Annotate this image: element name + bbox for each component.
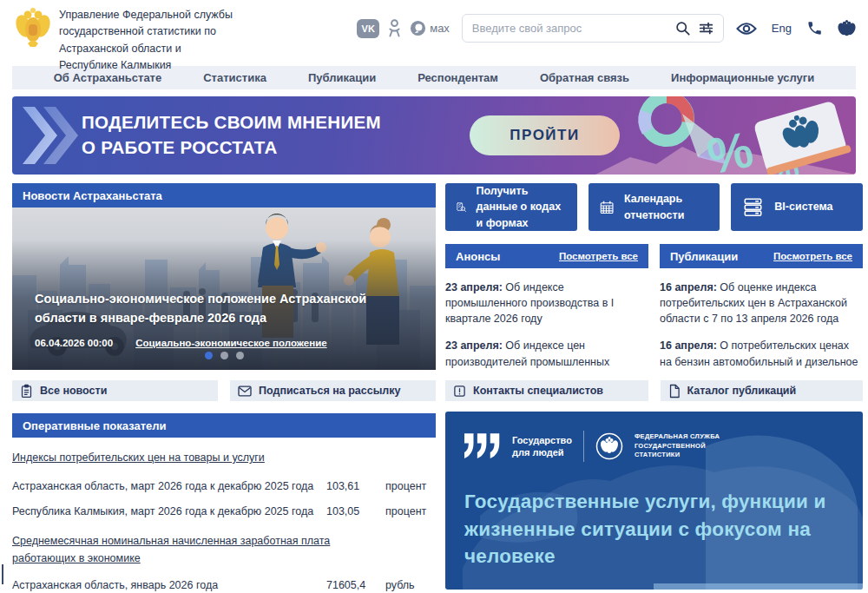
main-content: Новости Астраханьстата: [12, 183, 863, 593]
indicator-value: 71605,4: [326, 579, 385, 591]
left-column: Новости Астраханьстата: [12, 183, 436, 593]
search-icon[interactable]: [675, 21, 690, 36]
carousel-dot[interactable]: [220, 352, 228, 359]
logo-divider: [583, 431, 584, 462]
all-news-label: Все новости: [40, 385, 107, 397]
announcements-header: Анонсы Посмотреть все: [445, 244, 648, 268]
indicator-label: Астраханская область, март 2026 года к д…: [12, 480, 326, 492]
indicator-label: Республика Калмыкия, март 2026 года к де…: [12, 505, 326, 517]
rosstat-homepage: Управление Федеральной службы государств…: [0, 0, 868, 593]
max-label: мах: [430, 22, 450, 35]
slide-title[interactable]: Социально-экономическое положение Астрах…: [35, 289, 417, 328]
specialist-contacts-button[interactable]: Контакты специалистов: [445, 380, 648, 401]
indicator-unit: рубль: [385, 579, 436, 591]
indicators-title: Оперативные показатели: [23, 419, 167, 432]
slide-date: 06.04.2026 00:00: [35, 338, 113, 348]
bi-system-label: BI-система: [774, 199, 832, 214]
subscribe-label: Подписаться на рассылку: [259, 385, 401, 397]
search-input[interactable]: [472, 22, 667, 35]
right-action-row: Контакты специалистов Каталог публикаций: [445, 380, 863, 401]
text-caret: [2, 564, 3, 584]
news-header: Новости Астраханьстата: [12, 183, 436, 208]
vk-icon[interactable]: VK: [357, 19, 379, 38]
catalog-icon: [668, 384, 681, 399]
ok-icon[interactable]: [387, 18, 402, 39]
nav-item-publications[interactable]: Публикации: [308, 71, 376, 84]
gov-banner-logos: Государство для людей Федеральная с: [464, 431, 730, 462]
rosstat-eagle-icon: [595, 432, 623, 460]
gov-banner-message: Государственные услуги, функции и жизнен…: [464, 488, 846, 570]
publications-catalog-button[interactable]: Каталог публикаций: [661, 380, 864, 401]
quick-links: Получить данные о кодах и формах Календа…: [445, 183, 863, 231]
indicator-label: Астраханская область, январь 2026 года: [12, 579, 326, 591]
filter-icon[interactable]: [699, 21, 713, 36]
bi-system-button[interactable]: BI-система: [731, 183, 863, 231]
top-header: Управление Федеральной службы государств…: [0, 0, 868, 66]
bi-icon: [741, 197, 765, 218]
announcement-item[interactable]: 23 апреля: Об индексе цен производителей…: [445, 338, 648, 370]
survey-banner[interactable]: ПОДЕЛИТЕСЬ СВОИМ МНЕНИЕМ О РАБОТЕ РОССТА…: [12, 96, 856, 175]
nav-item-feedback[interactable]: Обратная связь: [540, 71, 629, 84]
report-calendar-label: Календарь отчетности: [624, 191, 709, 222]
indicator-row: Республика Калмыкия, март 2026 года к де…: [12, 505, 436, 517]
get-codes-label: Получить данные о кодах и формах: [477, 183, 567, 230]
news-icon: [20, 384, 33, 399]
max-icon: [410, 20, 426, 36]
indicator-row: Астраханская область, январь 2026 года 7…: [12, 579, 436, 591]
indicator-row: Астраханская область, март 2026 года к д…: [12, 480, 436, 492]
svg-text:%: %: [702, 120, 758, 175]
nav-item-services[interactable]: Информационные услуги: [671, 71, 814, 84]
slide-meta: 06.04.2026 00:00 Социально-экономическое…: [35, 338, 327, 348]
language-toggle[interactable]: Eng: [772, 22, 792, 35]
indicator-value: 103,61: [326, 480, 385, 492]
statistics-artwork: % %: [595, 96, 856, 175]
nav-item-statistics[interactable]: Статистика: [203, 71, 266, 84]
indicators-card: Оперативные показатели Индексы потребите…: [12, 413, 436, 593]
org-name: Управление Федеральной службы государств…: [59, 7, 233, 75]
subscribe-button[interactable]: Подписаться на рассылку: [230, 380, 436, 401]
indicator-group-link[interactable]: Индексы потребительских цен на товары и …: [12, 449, 265, 467]
indicator-unit: процент: [385, 505, 436, 517]
publications-title: Публикации: [670, 250, 738, 263]
announcements-view-all-link[interactable]: Посмотреть все: [559, 251, 638, 261]
get-codes-button[interactable]: Получить данные о кодах и формах: [445, 183, 577, 231]
carousel-dot[interactable]: [236, 352, 244, 359]
survey-banner-title: ПОДЕЛИТЕСЬ СВОИМ МНЕНИЕМ О РАБОТЕ РОССТА…: [82, 110, 381, 160]
all-news-button[interactable]: Все новости: [12, 380, 218, 401]
nav-item-respondents[interactable]: Респондентам: [418, 71, 498, 84]
indicator-group-link[interactable]: Среднемесячная номинальная начисленная з…: [12, 532, 377, 568]
nav-item-about[interactable]: Об Астраханьстате: [54, 71, 161, 84]
phone-icon[interactable]: [806, 20, 823, 36]
news-carousel[interactable]: Социально-экономическое положение Астрах…: [12, 208, 436, 370]
gov-quotes-icon: [464, 432, 501, 460]
publications-catalog-label: Каталог публикаций: [687, 385, 797, 397]
left-action-row: Все новости Подписаться на рассылку: [12, 380, 436, 401]
rosstat-logo-text: Федеральная служба государственной стати…: [635, 432, 730, 460]
news-title: Новости Астраханьстата: [23, 189, 162, 202]
carousel-dot[interactable]: [205, 352, 213, 359]
search-box: [462, 14, 724, 43]
gov-program-logo-text: Государство для людей: [512, 434, 572, 459]
publications-view-all-link[interactable]: Посмотреть все: [773, 251, 852, 261]
utility-icons: Eng: [736, 19, 856, 37]
slide-category-link[interactable]: Социально-экономическое положение: [135, 338, 326, 348]
eye-icon[interactable]: [736, 22, 757, 36]
chevron-right-icon: [21, 96, 78, 175]
site-brand[interactable]: Управление Федеральной службы государств…: [16, 7, 233, 75]
publication-item[interactable]: 16 апреля: О потребительских ценах на бе…: [660, 338, 863, 370]
indicators-header: Оперативные показатели: [12, 413, 436, 438]
calendar-icon: [599, 196, 615, 219]
indicator-value: 103,05: [326, 505, 385, 517]
announcements-title: Анонсы: [456, 250, 500, 263]
mail-icon: [238, 385, 252, 397]
max-link[interactable]: мах: [410, 20, 450, 36]
publications-feed: Публикации Посмотреть все 16 апреля: Об …: [660, 244, 863, 370]
announcement-item[interactable]: 23 апреля: Об индексе промышленного прои…: [445, 280, 648, 326]
specialist-contacts-label: Контакты специалистов: [473, 385, 603, 397]
eagle-icon[interactable]: [838, 19, 856, 37]
publication-item[interactable]: 16 апреля: Об оценке индекса потребитель…: [660, 280, 863, 326]
government-banner[interactable]: Государство для людей Федеральная с: [445, 412, 863, 590]
announcements-feed: Анонсы Посмотреть все 23 апреля: Об инде…: [445, 244, 648, 370]
header-actions: VK мах: [357, 7, 856, 43]
report-calendar-button[interactable]: Календарь отчетности: [589, 183, 720, 231]
